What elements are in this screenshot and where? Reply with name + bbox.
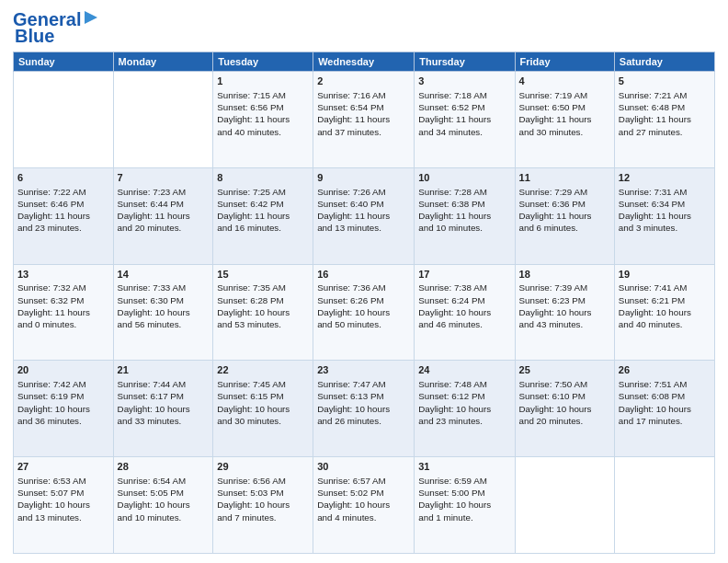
- calendar-cell: [14, 72, 114, 168]
- calendar-table: SundayMondayTuesdayWednesdayThursdayFrid…: [13, 52, 715, 554]
- cell-daylight-info: Sunrise: 7:32 AM Sunset: 6:32 PM Dayligh…: [17, 282, 109, 330]
- weekday-header-saturday: Saturday: [614, 52, 714, 72]
- weekday-header-wednesday: Wednesday: [313, 52, 415, 72]
- day-number: 25: [519, 363, 610, 377]
- cell-daylight-info: Sunrise: 6:53 AM Sunset: 5:07 PM Dayligh…: [17, 475, 109, 523]
- day-number: 14: [118, 268, 210, 282]
- calendar-cell: 21Sunrise: 7:44 AM Sunset: 6:17 PM Dayli…: [113, 361, 213, 457]
- logo: General Blue: [13, 9, 99, 46]
- logo-blue-text: Blue: [15, 26, 54, 46]
- calendar-cell: 24Sunrise: 7:48 AM Sunset: 6:12 PM Dayli…: [415, 361, 515, 457]
- calendar-cell: 5Sunrise: 7:21 AM Sunset: 6:48 PM Daylig…: [614, 72, 714, 168]
- calendar-cell: 16Sunrise: 7:36 AM Sunset: 6:26 PM Dayli…: [313, 264, 415, 361]
- cell-daylight-info: Sunrise: 7:36 AM Sunset: 6:26 PM Dayligh…: [317, 282, 410, 330]
- calendar-cell: 4Sunrise: 7:19 AM Sunset: 6:50 PM Daylig…: [515, 72, 614, 168]
- cell-daylight-info: Sunrise: 6:57 AM Sunset: 5:02 PM Dayligh…: [317, 475, 410, 523]
- calendar-cell: 10Sunrise: 7:28 AM Sunset: 6:38 PM Dayli…: [415, 167, 515, 264]
- calendar-week-row: 13Sunrise: 7:32 AM Sunset: 6:32 PM Dayli…: [14, 264, 715, 361]
- cell-daylight-info: Sunrise: 7:50 AM Sunset: 6:10 PM Dayligh…: [519, 378, 610, 427]
- day-number: 2: [317, 75, 410, 88]
- day-number: 31: [418, 460, 510, 474]
- day-number: 22: [217, 363, 309, 377]
- day-number: 27: [17, 460, 109, 474]
- page-header: General Blue: [13, 9, 715, 46]
- day-number: 16: [317, 268, 410, 282]
- calendar-cell: 26Sunrise: 7:51 AM Sunset: 6:08 PM Dayli…: [614, 361, 714, 457]
- cell-daylight-info: Sunrise: 6:56 AM Sunset: 5:03 PM Dayligh…: [217, 475, 309, 523]
- cell-daylight-info: Sunrise: 7:44 AM Sunset: 6:17 PM Dayligh…: [118, 378, 210, 427]
- cell-daylight-info: Sunrise: 7:51 AM Sunset: 6:08 PM Dayligh…: [619, 378, 711, 427]
- day-number: 3: [418, 75, 510, 88]
- day-number: 6: [17, 171, 109, 185]
- day-number: 9: [317, 171, 410, 185]
- day-number: 19: [619, 268, 711, 282]
- cell-daylight-info: Sunrise: 7:38 AM Sunset: 6:24 PM Dayligh…: [418, 282, 510, 330]
- cell-daylight-info: Sunrise: 7:35 AM Sunset: 6:28 PM Dayligh…: [217, 282, 309, 330]
- cell-daylight-info: Sunrise: 7:25 AM Sunset: 6:42 PM Dayligh…: [217, 186, 309, 235]
- cell-daylight-info: Sunrise: 7:45 AM Sunset: 6:15 PM Dayligh…: [217, 378, 309, 427]
- day-number: 17: [418, 268, 510, 282]
- weekday-header-tuesday: Tuesday: [213, 52, 313, 72]
- cell-daylight-info: Sunrise: 7:39 AM Sunset: 6:23 PM Dayligh…: [519, 282, 610, 330]
- calendar-cell: 17Sunrise: 7:38 AM Sunset: 6:24 PM Dayli…: [415, 264, 515, 361]
- calendar-cell: 29Sunrise: 6:56 AM Sunset: 5:03 PM Dayli…: [213, 457, 313, 554]
- calendar-cell: [614, 457, 714, 554]
- calendar-cell: 6Sunrise: 7:22 AM Sunset: 6:46 PM Daylig…: [14, 167, 114, 264]
- calendar-cell: 18Sunrise: 7:39 AM Sunset: 6:23 PM Dayli…: [515, 264, 614, 361]
- day-number: 28: [118, 460, 210, 474]
- day-number: 5: [619, 75, 711, 88]
- cell-daylight-info: Sunrise: 7:22 AM Sunset: 6:46 PM Dayligh…: [17, 186, 109, 235]
- day-number: 30: [317, 460, 410, 474]
- day-number: 23: [317, 363, 410, 377]
- cell-daylight-info: Sunrise: 7:42 AM Sunset: 6:19 PM Dayligh…: [17, 378, 109, 427]
- day-number: 1: [217, 75, 309, 88]
- day-number: 29: [217, 460, 309, 474]
- day-number: 15: [217, 268, 309, 282]
- cell-daylight-info: Sunrise: 6:54 AM Sunset: 5:05 PM Dayligh…: [118, 475, 210, 523]
- cell-daylight-info: Sunrise: 7:31 AM Sunset: 6:34 PM Dayligh…: [619, 186, 711, 235]
- calendar-cell: 20Sunrise: 7:42 AM Sunset: 6:19 PM Dayli…: [14, 361, 114, 457]
- svg-marker-0: [85, 11, 97, 24]
- day-number: 11: [519, 171, 610, 185]
- day-number: 20: [17, 363, 109, 377]
- cell-daylight-info: Sunrise: 7:47 AM Sunset: 6:13 PM Dayligh…: [317, 378, 410, 427]
- calendar-cell: 28Sunrise: 6:54 AM Sunset: 5:05 PM Dayli…: [113, 457, 213, 554]
- day-number: 10: [418, 171, 510, 185]
- weekday-header-row: SundayMondayTuesdayWednesdayThursdayFrid…: [14, 52, 715, 72]
- calendar-cell: 25Sunrise: 7:50 AM Sunset: 6:10 PM Dayli…: [515, 361, 614, 457]
- day-number: 13: [17, 268, 109, 282]
- day-number: 24: [418, 363, 510, 377]
- calendar-cell: 13Sunrise: 7:32 AM Sunset: 6:32 PM Dayli…: [14, 264, 114, 361]
- calendar-week-row: 1Sunrise: 7:15 AM Sunset: 6:56 PM Daylig…: [14, 72, 715, 168]
- cell-daylight-info: Sunrise: 7:18 AM Sunset: 6:52 PM Dayligh…: [418, 89, 510, 138]
- day-number: 8: [217, 171, 309, 185]
- cell-daylight-info: Sunrise: 7:23 AM Sunset: 6:44 PM Dayligh…: [118, 186, 210, 235]
- cell-daylight-info: Sunrise: 7:33 AM Sunset: 6:30 PM Dayligh…: [118, 282, 210, 330]
- weekday-header-thursday: Thursday: [415, 52, 515, 72]
- calendar-week-row: 20Sunrise: 7:42 AM Sunset: 6:19 PM Dayli…: [14, 361, 715, 457]
- calendar-cell: 14Sunrise: 7:33 AM Sunset: 6:30 PM Dayli…: [113, 264, 213, 361]
- calendar-cell: 23Sunrise: 7:47 AM Sunset: 6:13 PM Dayli…: [313, 361, 415, 457]
- logo-arrow-icon: [83, 9, 99, 26]
- calendar-cell: 19Sunrise: 7:41 AM Sunset: 6:21 PM Dayli…: [614, 264, 714, 361]
- cell-daylight-info: Sunrise: 7:21 AM Sunset: 6:48 PM Dayligh…: [619, 89, 711, 138]
- cell-daylight-info: Sunrise: 7:15 AM Sunset: 6:56 PM Dayligh…: [217, 89, 309, 138]
- calendar-week-row: 27Sunrise: 6:53 AM Sunset: 5:07 PM Dayli…: [14, 457, 715, 554]
- weekday-header-monday: Monday: [113, 52, 213, 72]
- cell-daylight-info: Sunrise: 7:48 AM Sunset: 6:12 PM Dayligh…: [418, 378, 510, 427]
- calendar-cell: 22Sunrise: 7:45 AM Sunset: 6:15 PM Dayli…: [213, 361, 313, 457]
- calendar-cell: [113, 72, 213, 168]
- cell-daylight-info: Sunrise: 7:28 AM Sunset: 6:38 PM Dayligh…: [418, 186, 510, 235]
- calendar-cell: 8Sunrise: 7:25 AM Sunset: 6:42 PM Daylig…: [213, 167, 313, 264]
- cell-daylight-info: Sunrise: 6:59 AM Sunset: 5:00 PM Dayligh…: [418, 475, 510, 523]
- cell-daylight-info: Sunrise: 7:41 AM Sunset: 6:21 PM Dayligh…: [619, 282, 711, 330]
- calendar-cell: 31Sunrise: 6:59 AM Sunset: 5:00 PM Dayli…: [415, 457, 515, 554]
- calendar-cell: 27Sunrise: 6:53 AM Sunset: 5:07 PM Dayli…: [14, 457, 114, 554]
- calendar-cell: 2Sunrise: 7:16 AM Sunset: 6:54 PM Daylig…: [313, 72, 415, 168]
- day-number: 12: [619, 171, 711, 185]
- calendar-cell: 1Sunrise: 7:15 AM Sunset: 6:56 PM Daylig…: [213, 72, 313, 168]
- calendar-cell: 3Sunrise: 7:18 AM Sunset: 6:52 PM Daylig…: [415, 72, 515, 168]
- cell-daylight-info: Sunrise: 7:16 AM Sunset: 6:54 PM Dayligh…: [317, 89, 410, 138]
- cell-daylight-info: Sunrise: 7:29 AM Sunset: 6:36 PM Dayligh…: [519, 186, 610, 235]
- weekday-header-friday: Friday: [515, 52, 614, 72]
